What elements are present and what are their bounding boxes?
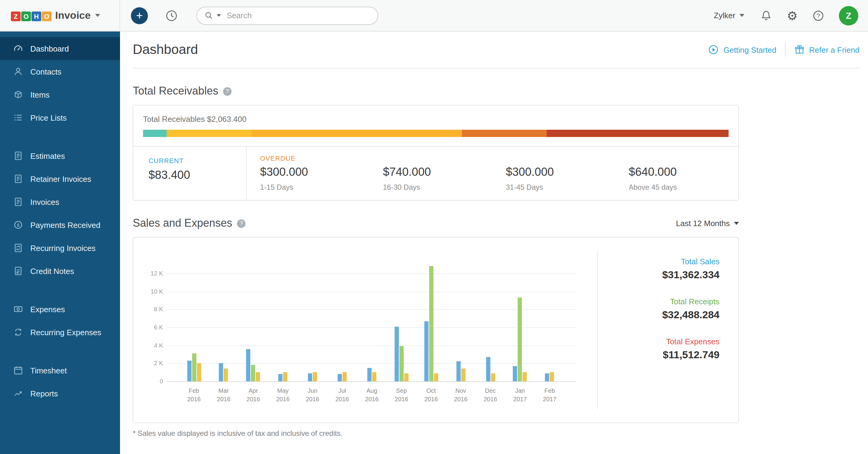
help-badge-icon[interactable]: ? bbox=[237, 219, 246, 228]
bar-sales-jan-2017[interactable] bbox=[513, 366, 517, 381]
bar-sales-feb-2016[interactable] bbox=[187, 361, 191, 381]
receivables-segment-overdue-16-30-days[interactable] bbox=[252, 130, 462, 137]
bar-expenses-aug-2016[interactable] bbox=[372, 372, 376, 381]
sidebar-item-dashboard[interactable]: Dashboard bbox=[0, 37, 120, 60]
sidebar-item-estimates[interactable]: Estimates bbox=[0, 144, 120, 167]
bar-expenses-apr-2016[interactable] bbox=[256, 372, 260, 381]
bar-expenses-jul-2016[interactable] bbox=[342, 372, 347, 381]
bar-sales-nov-2016[interactable] bbox=[456, 362, 460, 381]
bar-receipts-sep-2016[interactable] bbox=[399, 346, 404, 381]
sales-expenses-title: Sales and Expenses ? bbox=[133, 217, 246, 230]
search-bar[interactable] bbox=[196, 6, 378, 25]
bar-expenses-feb-2017[interactable] bbox=[550, 372, 554, 381]
bar-receipts-oct-2016[interactable] bbox=[429, 266, 433, 381]
overdue-bucket-1-15-days[interactable]: OVERDUE$300.0001-15 Days bbox=[247, 155, 370, 191]
sidebar-item-label: Contacts bbox=[30, 67, 62, 76]
gift-icon bbox=[794, 44, 805, 55]
user-avatar[interactable]: Z bbox=[839, 6, 858, 25]
total-sales: Total Sales$31,362.334 bbox=[598, 257, 719, 281]
bar-sales-apr-2016[interactable] bbox=[246, 349, 251, 381]
total-sales-amount: $31,362.334 bbox=[598, 269, 719, 281]
bar-expenses-feb-2016[interactable] bbox=[197, 363, 201, 381]
bar-receipts-apr-2016[interactable] bbox=[251, 365, 255, 381]
topbar-right: Zylker ⚙ ? Z bbox=[714, 6, 868, 25]
overdue-bucket-31-45-days[interactable]: $300.00031-45 Days bbox=[493, 155, 616, 191]
overdue-bucket-16-30-days[interactable]: $740.00016-30 Days bbox=[370, 155, 493, 191]
total-expenses-label: Total Expenses bbox=[598, 337, 719, 346]
settings-gear-icon[interactable]: ⚙ bbox=[787, 9, 798, 22]
overdue-bucket-above-45-days[interactable]: $640.000Above 45 days bbox=[616, 155, 739, 191]
sales-expenses-section-header: Sales and Expenses ? Last 12 Months bbox=[133, 217, 739, 230]
sidebar-item-credit-notes[interactable]: Credit Notes bbox=[0, 260, 120, 282]
bar-sales-jun-2016[interactable] bbox=[308, 373, 312, 381]
bar-expenses-dec-2016[interactable] bbox=[491, 373, 495, 381]
receivables-segment-overdue-31-45-days[interactable] bbox=[462, 130, 547, 137]
sidebar-item-label: Credit Notes bbox=[30, 266, 74, 275]
receivables-segment-overdue-1-15-days[interactable] bbox=[167, 130, 252, 137]
bar-receipts-jan-2017[interactable] bbox=[518, 298, 522, 381]
gridline bbox=[167, 327, 577, 328]
bar-sales-oct-2016[interactable] bbox=[424, 321, 428, 381]
total-receivables-section-header: Total Receivables ? bbox=[133, 85, 739, 98]
bar-expenses-sep-2016[interactable] bbox=[404, 373, 408, 381]
sidebar-item-expenses[interactable]: Expenses bbox=[0, 298, 120, 321]
bar-expenses-may-2016[interactable] bbox=[283, 372, 287, 381]
refer-a-friend-link[interactable]: Refer a Friend bbox=[794, 44, 860, 55]
dashboard-icon bbox=[13, 43, 23, 53]
sidebar-item-invoices[interactable]: Invoices bbox=[0, 190, 120, 213]
bar-sales-aug-2016[interactable] bbox=[367, 368, 372, 382]
timesheet-icon bbox=[13, 365, 23, 375]
y-axis-tick: 2 K bbox=[137, 360, 163, 367]
sidebar-item-items[interactable]: Items bbox=[0, 83, 120, 106]
page-header: Dashboard Getting Started Refer a Friend bbox=[133, 32, 860, 68]
receivables-segment-overdue-above-45-days[interactable] bbox=[547, 130, 728, 137]
header-links: Getting Started Refer a Friend bbox=[708, 42, 860, 57]
sidebar-item-price-lists[interactable]: Price Lists bbox=[0, 106, 120, 129]
sidebar-item-retainer-invoices[interactable]: Retainer Invoices bbox=[0, 167, 120, 190]
org-switcher[interactable]: Zylker bbox=[714, 11, 744, 20]
getting-started-link[interactable]: Getting Started bbox=[708, 44, 776, 55]
bar-sales-dec-2016[interactable] bbox=[486, 357, 490, 381]
org-logo-menu[interactable]: ZOHO Invoice bbox=[0, 0, 120, 31]
help-icon[interactable]: ? bbox=[812, 9, 824, 22]
help-badge-icon[interactable]: ? bbox=[223, 87, 231, 95]
x-axis-tick: Jul2016 bbox=[336, 387, 349, 404]
sidebar-item-label: Dashboard bbox=[30, 44, 69, 53]
bar-receipts-feb-2016[interactable] bbox=[192, 353, 196, 381]
gridline bbox=[167, 273, 577, 274]
bar-expenses-jan-2017[interactable] bbox=[523, 372, 527, 381]
sidebar-item-payments-received[interactable]: $Payments Received bbox=[0, 213, 120, 236]
bucket-amount: $640.000 bbox=[629, 165, 739, 179]
receivables-aging-bar bbox=[143, 130, 728, 137]
total-sales-label: Total Sales bbox=[598, 257, 719, 266]
x-axis-tick: Oct2016 bbox=[424, 387, 438, 404]
notifications-bell-icon[interactable] bbox=[760, 9, 772, 22]
bucket-spacer bbox=[506, 155, 616, 164]
bar-expenses-oct-2016[interactable] bbox=[434, 373, 438, 381]
bar-sales-feb-2017[interactable] bbox=[545, 373, 550, 381]
bar-expenses-jun-2016[interactable] bbox=[313, 372, 317, 381]
current-receivables[interactable]: CURRENT $83.400 bbox=[133, 147, 247, 200]
sidebar-item-recurring-expenses[interactable]: Recurring Expenses bbox=[0, 321, 120, 344]
bar-expenses-mar-2016[interactable] bbox=[224, 368, 228, 381]
bar-sales-sep-2016[interactable] bbox=[395, 326, 399, 381]
receivables-segment-current[interactable] bbox=[143, 130, 167, 137]
sidebar-item-contacts[interactable]: Contacts bbox=[0, 60, 120, 83]
date-range-selector[interactable]: Last 12 Months bbox=[676, 219, 739, 228]
x-axis-tick: Sep2016 bbox=[395, 387, 408, 404]
bar-sales-mar-2016[interactable] bbox=[219, 363, 223, 381]
recent-activity-icon[interactable] bbox=[165, 9, 178, 22]
price-lists-icon bbox=[13, 113, 23, 122]
bar-sales-jul-2016[interactable] bbox=[338, 374, 342, 381]
reports-icon bbox=[13, 389, 23, 398]
quick-create-button[interactable]: + bbox=[131, 7, 148, 24]
sidebar-item-reports[interactable]: Reports bbox=[0, 382, 120, 405]
sidebar-item-timesheet[interactable]: Timesheet bbox=[0, 359, 120, 382]
x-axis-tick: Feb2017 bbox=[543, 387, 556, 404]
search-scope-chevron-icon[interactable] bbox=[217, 14, 221, 17]
x-axis-tick: May2016 bbox=[276, 387, 290, 404]
sidebar-item-recurring-invoices[interactable]: Recurring Invoices bbox=[0, 236, 120, 260]
search-input[interactable] bbox=[227, 11, 370, 20]
bar-expenses-nov-2016[interactable] bbox=[461, 368, 465, 381]
bar-sales-may-2016[interactable] bbox=[278, 374, 282, 381]
